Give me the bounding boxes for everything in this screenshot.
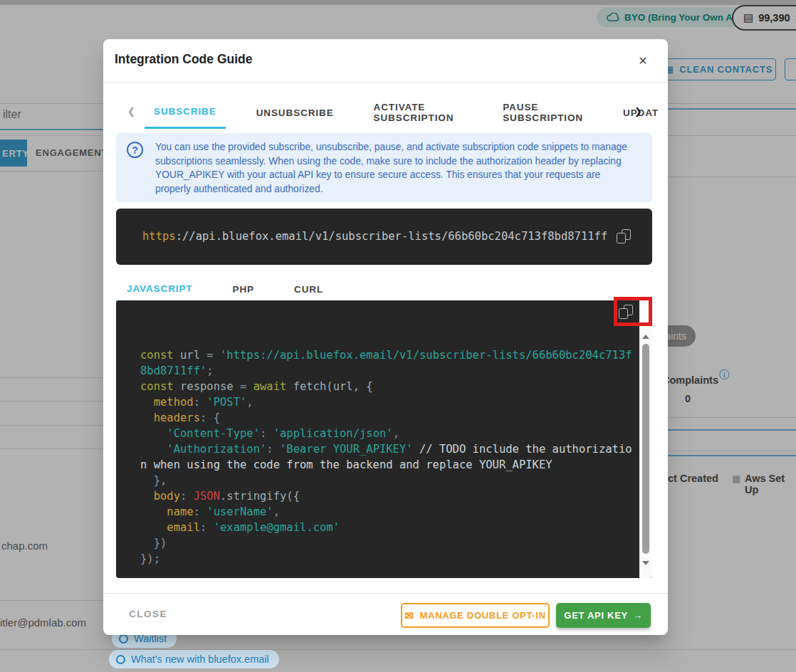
code-line: n when using the code from the backend a… <box>140 457 632 473</box>
code-line: 8bd8711ff'; <box>140 363 632 379</box>
code-line: }) <box>140 535 632 551</box>
info-alert: ? You can use the provided subscribe, un… <box>116 133 652 202</box>
tab-activate-subscription[interactable]: ACTIVATE SUBSCRIPTION <box>365 96 473 129</box>
scroll-up-arrow-icon[interactable] <box>642 335 649 339</box>
integration-code-guide-dialog: Integration Code Guide ✕ ❮ SUBSCRIBE UNS… <box>103 39 668 635</box>
footer-divider <box>103 593 668 594</box>
tab-pause-subscription[interactable]: PAUSE SUBSCRIPTION <box>493 96 592 129</box>
code-line: const response = await fetch(url, { <box>140 379 632 394</box>
code-line: email: 'example@gmail.com' <box>140 520 632 535</box>
annotation-highlight-rectangle <box>614 297 652 326</box>
close-button[interactable]: CLOSE <box>129 609 167 619</box>
code-line: headers: { <box>140 410 632 426</box>
tab-javascript[interactable]: JAVASCRIPT <box>116 276 204 303</box>
code-snippet-block: const url = 'https://api.bluefox.email/v… <box>116 300 652 578</box>
screen: BYO (Bring Your Own AWS) ▤ 99,390 Sends … <box>0 0 796 672</box>
code-line: }); <box>140 551 632 567</box>
close-icon[interactable]: ✕ <box>633 51 653 70</box>
whats-new-label: What's new with bluefox.email <box>131 653 269 665</box>
endpoint-url-bar: https://api.bluefox.email/v1/subscriber-… <box>116 209 652 265</box>
code-line: name: 'userName', <box>140 504 632 520</box>
tab-php[interactable]: PHP <box>222 276 265 303</box>
circle-icon <box>119 634 128 644</box>
manage-double-opt-in-button[interactable]: ✉ MANAGE DOUBLE OPT-IN <box>401 603 550 628</box>
envelope-icon: ✉ <box>404 609 414 622</box>
info-alert-text: You can use the provided subscribe, unsu… <box>155 140 637 196</box>
header-divider <box>103 82 668 83</box>
code-line: }, <box>140 473 632 488</box>
tab-unsubscribe[interactable]: UNSUBSCRIBE <box>247 96 343 129</box>
endpoint-url: https://api.bluefox.email/v1/subscriber-… <box>142 230 607 243</box>
language-tabs: JAVASCRIPT PHP CURL <box>116 276 334 303</box>
code-line: const url = 'https://api.bluefox.email/v… <box>140 347 632 363</box>
circle-icon <box>116 655 125 664</box>
code-line: 'Authorization': 'Bearer YOUR_APIKEY' //… <box>140 441 632 457</box>
code-line: body: JSON.stringify({ <box>140 488 632 504</box>
dialog-title: Integration Code Guide <box>115 52 252 67</box>
get-api-key-button[interactable]: GET API KEY → <box>556 603 651 628</box>
copy-url-button[interactable] <box>617 229 631 243</box>
code-scrollbar[interactable] <box>639 300 652 578</box>
code-line: 'Content-Type': 'application/json', <box>140 426 632 441</box>
scroll-down-arrow-icon[interactable] <box>642 561 649 565</box>
whats-new-chip[interactable]: What's new with bluefox.email <box>109 650 279 668</box>
code-line: method: 'POST', <box>140 394 632 410</box>
question-icon: ? <box>127 142 143 158</box>
tab-curl[interactable]: CURL <box>283 276 334 303</box>
arrow-right-icon: → <box>633 610 643 621</box>
action-tabs: SUBSCRIBE UNSUBSCRIBE ACTIVATE SUBSCRIPT… <box>145 96 668 129</box>
tabs-next-chevron-icon[interactable]: ❯ <box>634 106 642 117</box>
code-content: const url = 'https://api.bluefox.email/v… <box>140 347 632 567</box>
scrollbar-thumb[interactable] <box>642 344 649 554</box>
tab-subscribe[interactable]: SUBSCRIBE <box>145 96 226 129</box>
tabs-prev-chevron-icon[interactable]: ❮ <box>127 106 135 117</box>
